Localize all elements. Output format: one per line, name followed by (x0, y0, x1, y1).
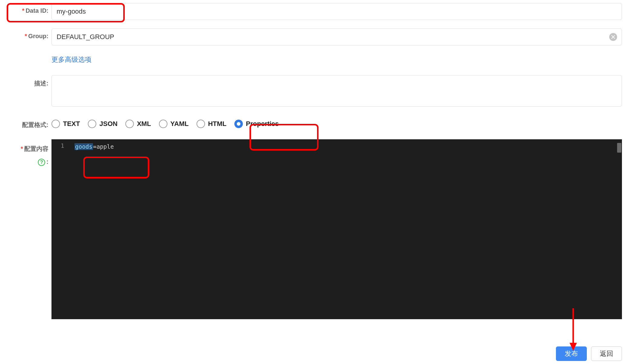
description-input[interactable] (51, 75, 622, 107)
radio-label: HTML (208, 120, 226, 128)
radio-label: YAML (170, 120, 189, 128)
label-description: 描述: (6, 75, 51, 88)
token-op: = (93, 143, 96, 150)
line-number: 1 (51, 142, 64, 149)
radio-json[interactable]: JSON (88, 120, 117, 128)
label-text: Group: (28, 33, 48, 39)
radio-label: XML (137, 120, 151, 128)
radio-text[interactable]: TEXT (51, 120, 80, 128)
clear-group-icon[interactable] (609, 33, 617, 41)
group-input[interactable] (51, 28, 622, 45)
code-line: goods=apple (74, 142, 622, 151)
help-colon: : (46, 158, 48, 165)
radio-dot-icon (234, 120, 243, 128)
row-group: *Group: (6, 28, 622, 45)
row-more-options: 更多高级选项 (6, 54, 622, 64)
radio-dot-icon (88, 120, 96, 128)
label-data-id: *Data ID: (6, 3, 51, 14)
radio-dot-icon (125, 120, 134, 128)
required-mark: * (21, 145, 23, 152)
format-radio-group: TEXT JSON XML YAML HTML (51, 117, 622, 128)
help-icon[interactable]: ? (38, 159, 45, 166)
radio-label: TEXT (63, 120, 80, 128)
radio-dot-icon (197, 120, 205, 128)
label-text: 配置格式: (22, 121, 48, 128)
radio-dot-icon (51, 120, 60, 128)
radio-html[interactable]: HTML (197, 120, 226, 128)
more-options-link[interactable]: 更多高级选项 (51, 54, 91, 64)
radio-properties[interactable]: Properties (234, 120, 279, 128)
label-text: 配置内容 (24, 145, 48, 152)
row-format: 配置格式: TEXT JSON XML YAML (6, 117, 622, 129)
label-content: *配置内容 ?: (6, 139, 51, 166)
radio-dot-icon (159, 120, 167, 128)
required-mark: * (25, 33, 27, 39)
radio-label: JSON (99, 120, 117, 128)
data-id-input[interactable] (51, 3, 622, 20)
code-editor[interactable]: 1 goods=apple (51, 139, 622, 319)
label-text: Data ID: (25, 7, 48, 14)
required-mark: * (22, 7, 25, 14)
config-form: *Data ID: *Group: 更多高级选项 描述: (0, 0, 628, 319)
radio-yaml[interactable]: YAML (159, 120, 189, 128)
row-data-id: *Data ID: (6, 3, 622, 20)
token-val: apple (97, 143, 114, 150)
row-content: *配置内容 ?: 1 goods=apple (6, 139, 622, 319)
row-description: 描述: (6, 75, 622, 108)
radio-label: Properties (246, 120, 279, 128)
label-format: 配置格式: (6, 117, 51, 129)
editor-scrollbar-thumb[interactable] (617, 143, 621, 153)
editor-content[interactable]: goods=apple (68, 139, 622, 319)
label-text: 描述: (34, 80, 48, 87)
radio-xml[interactable]: XML (125, 120, 151, 128)
token-key: goods (74, 143, 93, 150)
label-group: *Group: (6, 28, 51, 40)
editor-gutter: 1 (51, 139, 68, 319)
